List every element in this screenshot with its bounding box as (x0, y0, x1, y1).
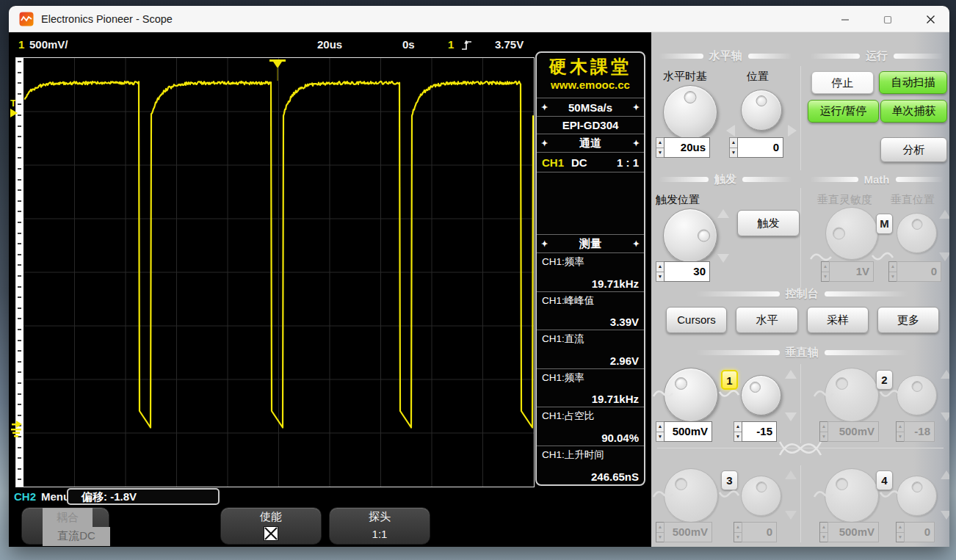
trigger-position-value[interactable]: 30 (664, 261, 710, 282)
spin-arrows[interactable]: ▲▼ (656, 421, 664, 442)
trigger-group-title: 触发 (659, 173, 792, 185)
trigger-up-arrow[interactable] (717, 209, 729, 218)
spin-arrows[interactable]: ▲▼ (656, 137, 664, 158)
more-button[interactable]: 更多 (877, 307, 939, 333)
spin-arrows[interactable]: ▲▼ (729, 137, 737, 158)
math-sensitivity-spinner: ▲▼ 1V (821, 261, 874, 282)
sampling-button[interactable]: 采样 (807, 307, 869, 333)
probe-button[interactable]: 探头 1:1 (329, 507, 430, 545)
h-position-knob[interactable] (741, 90, 782, 131)
math-sensitivity-knob[interactable] (825, 207, 878, 260)
panel-spacer (537, 172, 644, 235)
run-pause-button[interactable]: 运行/暂停 (808, 100, 879, 123)
sine-decoration-icon (814, 487, 834, 501)
h-position-left-arrow[interactable] (726, 125, 735, 137)
ch2-position-spinner: ▲▼ -18 (896, 421, 935, 442)
minimize-button[interactable] (833, 8, 858, 30)
stop-button[interactable]: 停止 (811, 71, 874, 94)
spin-arrows: ▲▼ (888, 261, 897, 282)
coupling-value[interactable]: 直流DC (43, 527, 110, 546)
math-group-title: Math (810, 173, 944, 185)
measurement-value: 2.96V (542, 354, 639, 367)
scope-display-area: 1 500mV/ 20us 0s 1 3.75V T (9, 32, 651, 547)
measure-section-header[interactable]: ✦ 测量 ✦ (537, 235, 644, 253)
trigger-level-marker[interactable]: T (10, 99, 25, 107)
volts-per-div-label: 500mV/ (29, 32, 68, 57)
math-up-arrow (939, 210, 949, 219)
console-group-title: 控制台 (695, 288, 908, 299)
spin-arrows: ▲▼ (656, 522, 664, 542)
sine-decoration-icon (653, 387, 673, 400)
ch2-volts-spinner: ▲▼ 500mV (819, 421, 879, 442)
h-position-right-arrow[interactable] (788, 125, 797, 137)
close-button[interactable] (918, 8, 943, 30)
coupling-button[interactable]: 耦合 直流DC (21, 507, 109, 545)
h-position-spinner: ▲▼ 0 (729, 137, 783, 158)
auto-scan-button[interactable]: 自动扫描 (879, 71, 947, 94)
measurement-label: CH1:频率 (542, 371, 639, 385)
trigger-position-knob[interactable] (663, 208, 717, 263)
h-position-value[interactable]: 0 (737, 137, 783, 158)
ch2-position-knob[interactable] (897, 375, 937, 415)
app-logo-icon (19, 12, 34, 26)
math-position-spinner: ▲▼ 0 (888, 261, 941, 282)
sample-rate-row[interactable]: ✦ 50MSa/s ✦ (537, 98, 644, 117)
spin-arrows[interactable]: ▲▼ (734, 421, 742, 442)
single-capture-button[interactable]: 单次捕获 (880, 100, 947, 123)
waveform-plot[interactable]: T (15, 57, 535, 487)
ch1-ground-marker[interactable] (10, 419, 26, 438)
math-m-button[interactable]: M (876, 214, 893, 234)
maximize-button[interactable] (875, 8, 900, 30)
crossed-sines-icon (778, 437, 822, 459)
ch2-label: CH2 (14, 488, 36, 506)
ch4-volts-value: 500mV (828, 522, 879, 542)
rising-edge-trigger-icon (461, 38, 472, 51)
channel-status-row[interactable]: CH1 DC 1 : 1 (537, 153, 644, 172)
ch4-position-knob[interactable] (897, 476, 937, 516)
analyze-button[interactable]: 分析 (880, 137, 947, 162)
ch3-position-knob[interactable] (741, 476, 781, 516)
measure-header-label: 测量 (552, 237, 629, 251)
ch3-position-value: 0 (742, 522, 777, 542)
timebase-value[interactable]: 20us (664, 137, 710, 158)
measurement-value: 19.71kHz (542, 393, 639, 405)
math-position-knob[interactable] (897, 213, 937, 253)
ch2-up-arrow (941, 370, 949, 379)
sample-rate-value: 50MSa/s (552, 101, 629, 114)
vertical-axis-group-title: 垂直轴 (695, 346, 908, 358)
cursors-button[interactable]: Cursors (666, 307, 727, 333)
brand-logo: 硬木課堂 www.emooc.cc (537, 53, 644, 98)
trigger-down-arrow[interactable] (717, 254, 729, 263)
sine-decoration-icon (814, 387, 834, 400)
trigger-position-marker[interactable] (269, 59, 288, 82)
spin-arrows: ▲▼ (819, 522, 828, 542)
horizontal-button[interactable]: 水平 (736, 307, 798, 333)
ch2-offset-field[interactable]: 偏移: -1.8V (67, 488, 220, 505)
diamond-icon: ✦ (629, 239, 644, 249)
horizontal-offset-label: 0s (402, 32, 415, 57)
app-window: Electronics Pioneer - Scope 1 500mV/ 20u… (9, 6, 949, 547)
spin-arrows[interactable]: ▲▼ (656, 261, 664, 282)
ch4-position-spinner: ▲▼ 0 (896, 522, 935, 542)
ch1-position-value[interactable]: -15 (742, 421, 777, 442)
trigger-level-label: 3.75V (495, 32, 524, 57)
ch4-position-value: 0 (904, 522, 935, 542)
enable-label: 使能 (221, 508, 321, 526)
channel-section-header[interactable]: ✦ 通道 ✦ (537, 134, 644, 153)
enable-checkbox[interactable] (264, 526, 278, 541)
ch1-down-arrow[interactable] (785, 412, 797, 421)
math-down-arrow (939, 252, 949, 261)
menu-label: Menu (41, 488, 70, 506)
sine-decoration-icon (880, 487, 900, 501)
ch1-volts-value[interactable]: 500mV (664, 421, 712, 442)
enable-button[interactable]: 使能 (220, 507, 322, 545)
ch3-volts-value: 500mV (664, 522, 712, 542)
ch2-menu-bar: CH2 Menu 偏移: -1.8V (9, 488, 535, 507)
ch1-up-arrow[interactable] (785, 370, 797, 379)
measurement-row: CH1:频率 19.71kHz (537, 369, 644, 408)
minimize-icon (841, 15, 850, 24)
ch1-position-knob[interactable] (741, 375, 781, 415)
channel-header-label: 通道 (552, 137, 629, 150)
timebase-knob[interactable] (663, 85, 717, 139)
trigger-button[interactable]: 触发 (737, 210, 800, 236)
